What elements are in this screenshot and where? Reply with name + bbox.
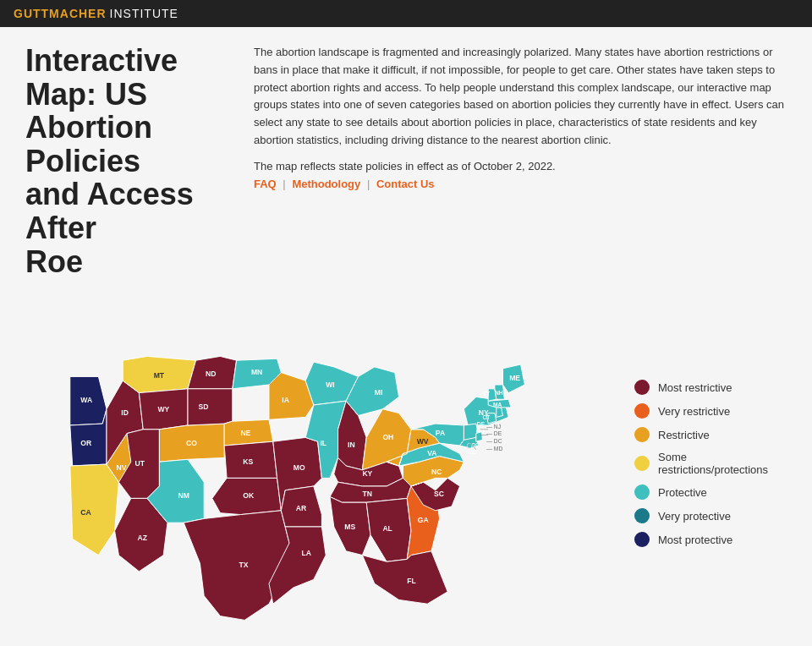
svg-text:MA: MA bbox=[493, 402, 502, 408]
brand-suffix: INSTITUTE bbox=[110, 7, 178, 20]
text-area: The abortion landscape is fragmented and… bbox=[254, 44, 787, 295]
svg-text:— MD: — MD bbox=[486, 446, 502, 452]
svg-text:OK: OK bbox=[243, 492, 255, 501]
svg-text:IL: IL bbox=[320, 439, 326, 447]
svg-text:IN: IN bbox=[348, 441, 355, 449]
state-sd[interactable] bbox=[188, 389, 233, 425]
brand-name: GUTTMACHER bbox=[14, 7, 107, 20]
svg-text:DC: DC bbox=[472, 442, 479, 447]
title-area: Interactive Map: US Abortion Policies an… bbox=[25, 44, 228, 295]
svg-text:MI: MI bbox=[375, 388, 383, 397]
svg-text:ME: ME bbox=[509, 374, 520, 382]
svg-text:— DC: — DC bbox=[486, 438, 502, 444]
policy-date: The map reflects state policies in effec… bbox=[254, 160, 787, 172]
svg-text:MS: MS bbox=[344, 523, 355, 531]
svg-text:WY: WY bbox=[157, 405, 169, 413]
svg-text:MD: MD bbox=[468, 449, 477, 455]
legend-item-most-restrictive: Most restrictive bbox=[634, 380, 787, 395]
svg-text:MO: MO bbox=[294, 463, 305, 472]
svg-text:KY: KY bbox=[362, 470, 372, 479]
legend: Most restrictive Very restrictive Restri… bbox=[634, 380, 787, 547]
svg-text:LA: LA bbox=[301, 549, 311, 557]
svg-text:AZ: AZ bbox=[137, 534, 147, 542]
legend-dot-very-restrictive bbox=[634, 403, 650, 419]
legend-label-restrictive: Restrictive bbox=[658, 429, 710, 441]
faq-link[interactable]: FAQ bbox=[254, 178, 277, 190]
header-bar: GUTTMACHER INSTITUTE bbox=[0, 0, 812, 27]
legend-label-very-restrictive: Very restrictive bbox=[658, 405, 730, 418]
svg-text:DE: DE bbox=[477, 421, 486, 427]
legend-dot-some bbox=[634, 456, 650, 471]
svg-text:CA: CA bbox=[80, 508, 91, 517]
page-title: Interactive Map: US Abortion Policies an… bbox=[25, 44, 228, 278]
svg-text:VA: VA bbox=[427, 450, 436, 458]
legend-dot-most-protective bbox=[634, 532, 650, 547]
state-ca[interactable] bbox=[70, 464, 119, 556]
state-mi[interactable] bbox=[346, 367, 398, 416]
svg-text:WV: WV bbox=[417, 437, 429, 446]
svg-text:ID: ID bbox=[121, 409, 129, 418]
svg-text:KS: KS bbox=[243, 457, 253, 466]
svg-text:GA: GA bbox=[418, 516, 429, 524]
svg-text:ND: ND bbox=[206, 370, 216, 379]
legend-item-some: Some restrictions/protections bbox=[634, 451, 787, 476]
legend-label-most-protective: Most protective bbox=[658, 534, 732, 546]
svg-text:OR: OR bbox=[80, 439, 92, 447]
contact-link[interactable]: Contact Us bbox=[376, 178, 435, 190]
svg-text:NM: NM bbox=[178, 492, 189, 501]
svg-text:OH: OH bbox=[382, 433, 393, 441]
legend-item-restrictive: Restrictive bbox=[634, 427, 787, 442]
svg-text:NE: NE bbox=[240, 430, 250, 438]
page-wrapper: GUTTMACHER INSTITUTE Interactive Map: US… bbox=[0, 0, 812, 646]
legend-label-very-protective: Very protective bbox=[658, 510, 731, 523]
map-svg-container: WA OR CA NV ID MT WY bbox=[25, 304, 634, 646]
legend-dot-restrictive bbox=[634, 427, 650, 442]
description-text: The abortion landscape is fragmented and… bbox=[254, 44, 787, 150]
svg-text:MT: MT bbox=[154, 371, 165, 380]
svg-text:UT: UT bbox=[135, 459, 145, 468]
state-de[interactable] bbox=[476, 432, 483, 442]
legend-item-very-restrictive: Very restrictive bbox=[634, 403, 787, 419]
legend-dot-most-restrictive bbox=[634, 380, 650, 395]
svg-text:CO: CO bbox=[186, 439, 197, 447]
svg-text:NC: NC bbox=[431, 468, 442, 476]
svg-text:PA: PA bbox=[436, 430, 445, 438]
legend-label-protective: Protective bbox=[658, 486, 707, 499]
legend-label-some: Some restrictions/protections bbox=[658, 451, 787, 476]
links-row: FAQ | Methodology | Contact Us bbox=[254, 178, 787, 190]
svg-text:— NJ: — NJ bbox=[486, 424, 501, 430]
svg-text:AR: AR bbox=[296, 504, 307, 512]
state-ri[interactable] bbox=[497, 408, 503, 418]
svg-text:SC: SC bbox=[434, 490, 444, 499]
svg-text:WA: WA bbox=[80, 396, 92, 404]
svg-text:NV: NV bbox=[117, 463, 127, 472]
legend-item-protective: Protective bbox=[634, 484, 787, 500]
svg-text:— DE: — DE bbox=[486, 430, 502, 436]
svg-text:IA: IA bbox=[282, 396, 289, 404]
us-map-svg: WA OR CA NV ID MT WY bbox=[25, 304, 634, 646]
legend-label-most-restrictive: Most restrictive bbox=[658, 381, 732, 394]
svg-text:TN: TN bbox=[362, 490, 372, 498]
legend-item-very-protective: Very protective bbox=[634, 508, 787, 523]
svg-text:FL: FL bbox=[407, 577, 416, 585]
methodology-link[interactable]: Methodology bbox=[292, 178, 360, 190]
svg-text:VT: VT bbox=[482, 391, 490, 397]
svg-text:CT: CT bbox=[482, 414, 491, 420]
legend-item-most-protective: Most protective bbox=[634, 532, 787, 547]
svg-text:AL: AL bbox=[382, 524, 392, 533]
legend-dot-protective bbox=[634, 484, 650, 500]
legend-container: Most restrictive Very restrictive Restri… bbox=[634, 304, 787, 646]
svg-text:WI: WI bbox=[326, 380, 335, 389]
map-legend-row: WA OR CA NV ID MT WY bbox=[0, 295, 812, 646]
svg-text:NH: NH bbox=[495, 390, 503, 396]
top-section: Interactive Map: US Abortion Policies an… bbox=[0, 27, 812, 295]
svg-text:MN: MN bbox=[251, 369, 262, 377]
svg-text:TX: TX bbox=[239, 561, 248, 569]
legend-dot-very-protective bbox=[634, 508, 650, 523]
svg-text:SD: SD bbox=[198, 402, 208, 411]
